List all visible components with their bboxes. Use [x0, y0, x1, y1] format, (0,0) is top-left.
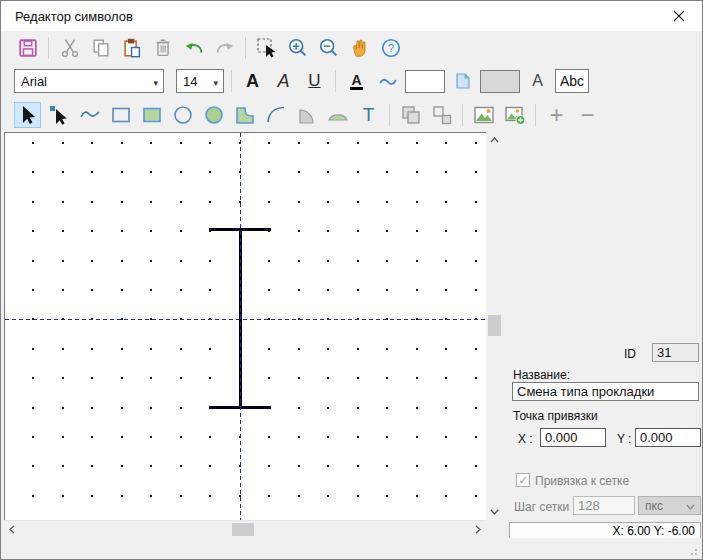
save-button[interactable]	[14, 35, 41, 61]
copy-button[interactable]	[87, 35, 114, 61]
arc-icon	[264, 103, 288, 127]
node-edit-tool-button[interactable]	[45, 102, 72, 128]
anchor-x-input[interactable]	[540, 428, 606, 447]
pan-button[interactable]	[346, 35, 373, 61]
grid-dot	[327, 495, 329, 497]
scroll-left-button[interactable]	[4, 521, 20, 538]
grid-dot	[150, 171, 152, 173]
drawing-canvas[interactable]	[4, 132, 486, 520]
redo-button[interactable]	[211, 35, 238, 61]
grid-dot	[298, 289, 300, 291]
grid-dot	[62, 495, 64, 497]
select-tool-button[interactable]	[14, 102, 41, 128]
trash-icon	[152, 37, 174, 59]
grid-dot	[32, 377, 34, 379]
line-color-swatch[interactable]	[405, 70, 445, 93]
zoom-minus-button[interactable]: −	[574, 102, 601, 128]
horizontal-scroll-thumb[interactable]	[232, 523, 254, 536]
grid-dot	[268, 142, 270, 144]
toolbar-separator	[231, 70, 232, 92]
grid-dot	[416, 407, 418, 409]
grid-dot	[386, 142, 388, 144]
grid-dot	[445, 377, 447, 379]
grid-dot	[357, 201, 359, 203]
grid-dot	[32, 407, 34, 409]
chevron-left-icon	[9, 525, 15, 534]
insert-image-button[interactable]	[470, 102, 497, 128]
add-image-button[interactable]	[501, 102, 528, 128]
font-size-select[interactable]: 14 ▾	[176, 69, 224, 93]
ungroup-button[interactable]	[428, 102, 455, 128]
filled-rectangle-icon	[140, 103, 164, 127]
grid-dot	[357, 142, 359, 144]
select-area-button[interactable]	[253, 35, 280, 61]
grid-dot	[32, 289, 34, 291]
scroll-up-button[interactable]	[486, 132, 503, 148]
delete-button[interactable]	[149, 35, 176, 61]
text-tool-button[interactable]: T	[355, 102, 382, 128]
grid-dot	[475, 348, 477, 350]
name-input[interactable]	[512, 382, 699, 401]
paste-icon	[121, 37, 143, 59]
polyline-tool-button[interactable]	[76, 102, 103, 128]
scroll-right-button[interactable]	[470, 521, 486, 538]
grid-dot	[298, 230, 300, 232]
font-family-select[interactable]: Arial ▾	[14, 69, 164, 93]
group-button[interactable]	[397, 102, 424, 128]
letter-a-button[interactable]: A	[524, 68, 551, 94]
grid-dot	[475, 407, 477, 409]
cut-button[interactable]	[56, 35, 83, 61]
help-button[interactable]: ?	[377, 35, 404, 61]
ellipse-tool-button[interactable]	[169, 102, 196, 128]
grid-dot	[268, 260, 270, 262]
abc-button[interactable]: Abc	[555, 69, 589, 93]
grid-dot	[416, 260, 418, 262]
rectangle-tool-button[interactable]	[107, 102, 134, 128]
grid-dot	[475, 377, 477, 379]
arc-tool-button[interactable]	[262, 102, 289, 128]
polygon-tool-button[interactable]	[231, 102, 258, 128]
grid-dot	[386, 495, 388, 497]
grid-dot	[91, 260, 93, 262]
grid-dot	[121, 260, 123, 262]
grid-dot	[357, 495, 359, 497]
vertical-scroll-thumb[interactable]	[488, 315, 501, 336]
vertical-scrollbar[interactable]	[486, 132, 503, 520]
fill-color-button[interactable]	[449, 68, 476, 94]
group-icon	[399, 103, 423, 127]
resize-grip-icon[interactable]	[687, 545, 697, 555]
zoom-in-button[interactable]	[284, 35, 311, 61]
zoom-plus-button[interactable]: +	[543, 102, 570, 128]
grid-dot	[357, 171, 359, 173]
chevron-up-icon	[490, 137, 499, 143]
grid-dot	[209, 289, 211, 291]
italic-button[interactable]: A	[270, 68, 297, 94]
zoom-out-button[interactable]	[315, 35, 342, 61]
filled-ellipse-tool-button[interactable]	[200, 102, 227, 128]
snap-to-grid-checkbox[interactable]: ✓	[516, 473, 530, 487]
grid-dot	[357, 377, 359, 379]
grid-dot	[268, 436, 270, 438]
bold-button[interactable]: A	[239, 68, 266, 94]
filled-rectangle-tool-button[interactable]	[138, 102, 165, 128]
undo-button[interactable]	[180, 35, 207, 61]
window-title: Редактор символов	[15, 9, 133, 24]
anchor-y-input[interactable]	[635, 428, 701, 447]
grid-dot	[357, 465, 359, 467]
font-color-button[interactable]: A	[343, 68, 370, 94]
chord-icon	[326, 103, 350, 127]
paste-button[interactable]	[118, 35, 145, 61]
pie-tool-button[interactable]	[293, 102, 320, 128]
chevron-down-icon: ▾	[153, 78, 158, 88]
horizontal-scrollbar[interactable]	[4, 520, 486, 537]
close-button[interactable]	[662, 1, 696, 31]
fill-color-swatch[interactable]	[480, 70, 520, 93]
copy-icon	[90, 37, 112, 59]
grid-dot	[357, 348, 359, 350]
grid-dot	[475, 289, 477, 291]
chord-tool-button[interactable]	[324, 102, 351, 128]
grid-step-label: Шаг сетки	[514, 500, 569, 514]
line-color-button[interactable]	[374, 68, 401, 94]
scroll-down-button[interactable]	[486, 504, 503, 520]
underline-button[interactable]: U	[301, 68, 328, 94]
